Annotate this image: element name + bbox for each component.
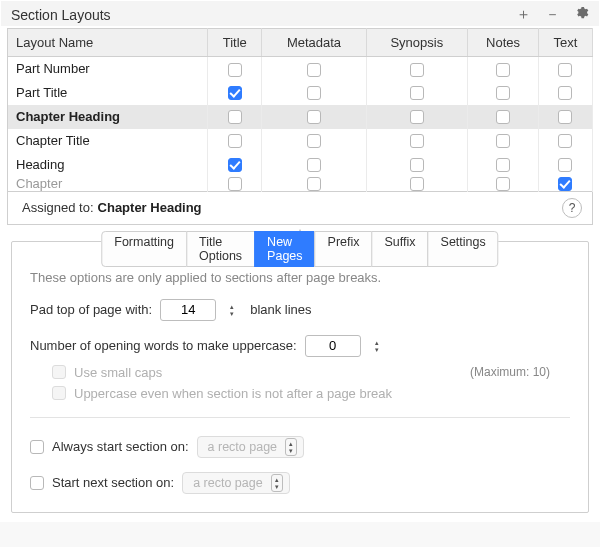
- col-text[interactable]: Text: [538, 29, 592, 57]
- layout-name-cell[interactable]: Heading: [8, 153, 208, 177]
- pad-value-field[interactable]: [160, 299, 216, 321]
- notes-checkbox[interactable]: [496, 63, 510, 77]
- tab-formatting[interactable]: Formatting: [101, 231, 187, 267]
- title-checkbox[interactable]: [228, 63, 242, 77]
- text-checkbox[interactable]: [558, 110, 572, 124]
- always-start-select: a recto page ▴▾: [197, 436, 305, 458]
- notes-checkbox[interactable]: [496, 110, 510, 124]
- always-start-label: Always start section on:: [52, 439, 189, 454]
- synopsis-checkbox[interactable]: [410, 86, 424, 100]
- notes-checkbox[interactable]: [496, 134, 510, 148]
- uppercase-always-label: Uppercase even when section is not after…: [74, 386, 392, 401]
- small-caps-checkbox: [52, 365, 66, 379]
- col-layout-name[interactable]: Layout Name: [8, 29, 208, 57]
- tab-prefix[interactable]: Prefix: [315, 231, 373, 267]
- text-checkbox[interactable]: [558, 158, 572, 172]
- layout-name-cell[interactable]: Chapter Title: [8, 129, 208, 153]
- pad-suffix: blank lines: [250, 302, 311, 317]
- metadata-checkbox[interactable]: [307, 110, 321, 124]
- start-next-select: a recto page ▴▾: [182, 472, 290, 494]
- uppercase-always-checkbox: [52, 386, 66, 400]
- metadata-checkbox[interactable]: [307, 177, 321, 191]
- notes-checkbox[interactable]: [496, 86, 510, 100]
- title-checkbox[interactable]: [228, 134, 242, 148]
- start-next-label: Start next section on:: [52, 475, 174, 490]
- words-label: Number of opening words to make uppercas…: [30, 338, 297, 353]
- layout-name-cell[interactable]: Part Number: [8, 57, 208, 81]
- assigned-value: Chapter Heading: [98, 200, 202, 215]
- text-checkbox[interactable]: [558, 86, 572, 100]
- synopsis-checkbox[interactable]: [410, 177, 424, 191]
- words-value-field[interactable]: [305, 335, 361, 357]
- tab-title-options[interactable]: Title Options: [186, 231, 255, 267]
- text-checkbox[interactable]: [558, 134, 572, 148]
- notes-checkbox[interactable]: [496, 177, 510, 191]
- words-input[interactable]: [306, 338, 360, 353]
- metadata-checkbox[interactable]: [307, 86, 321, 100]
- pad-input[interactable]: [161, 302, 215, 317]
- title-checkbox[interactable]: [228, 86, 242, 100]
- panel-title: Section Layouts: [11, 7, 516, 23]
- title-checkbox[interactable]: [228, 110, 242, 124]
- gear-icon[interactable]: [574, 5, 589, 24]
- tab-suffix[interactable]: Suffix: [372, 231, 429, 267]
- add-icon[interactable]: ＋: [516, 5, 531, 24]
- synopsis-checkbox[interactable]: [410, 63, 424, 77]
- table-row[interactable]: Chapter Heading: [8, 105, 593, 129]
- title-checkbox[interactable]: [228, 158, 242, 172]
- remove-icon[interactable]: －: [545, 5, 560, 24]
- notes-checkbox[interactable]: [496, 158, 510, 172]
- layout-name-cell[interactable]: Chapter Heading: [8, 105, 208, 129]
- section-layouts-header: Section Layouts ＋ －: [1, 1, 599, 26]
- assigned-label: Assigned to:: [22, 200, 94, 215]
- title-checkbox[interactable]: [228, 177, 242, 191]
- pad-stepper[interactable]: ▴▾: [230, 303, 242, 317]
- metadata-checkbox[interactable]: [307, 158, 321, 172]
- table-row[interactable]: Heading: [8, 153, 593, 177]
- metadata-checkbox[interactable]: [307, 134, 321, 148]
- col-notes[interactable]: Notes: [468, 29, 539, 57]
- table-row[interactable]: Part Number: [8, 57, 593, 81]
- table-row[interactable]: Chapter Title: [8, 129, 593, 153]
- small-caps-label: Use small caps: [74, 365, 162, 380]
- synopsis-checkbox[interactable]: [410, 158, 424, 172]
- options-tabset: FormattingTitle OptionsNew PagesPrefixSu…: [11, 241, 589, 513]
- synopsis-checkbox[interactable]: [410, 110, 424, 124]
- start-next-checkbox[interactable]: [30, 476, 44, 490]
- col-title[interactable]: Title: [208, 29, 262, 57]
- col-metadata[interactable]: Metadata: [262, 29, 366, 57]
- tab-settings[interactable]: Settings: [428, 231, 499, 267]
- always-start-checkbox[interactable]: [30, 440, 44, 454]
- pane-note: These options are only applied to sectio…: [30, 270, 570, 285]
- layout-name-cell[interactable]: Chapter: [8, 177, 208, 192]
- text-checkbox[interactable]: [558, 63, 572, 77]
- layout-name-cell[interactable]: Part Title: [8, 81, 208, 105]
- tab-new-pages[interactable]: New Pages: [254, 231, 315, 267]
- layouts-table: Layout Name Title Metadata Synopsis Note…: [7, 28, 593, 192]
- assigned-bar: Assigned to: Chapter Heading ?: [7, 192, 593, 225]
- text-checkbox[interactable]: [558, 177, 572, 191]
- metadata-checkbox[interactable]: [307, 63, 321, 77]
- max-note: (Maximum: 10): [470, 365, 570, 379]
- words-stepper[interactable]: ▴▾: [375, 339, 387, 353]
- table-row[interactable]: Part Title: [8, 81, 593, 105]
- chevron-updown-icon: ▴▾: [271, 474, 283, 492]
- pad-label: Pad top of page with:: [30, 302, 152, 317]
- synopsis-checkbox[interactable]: [410, 134, 424, 148]
- help-icon[interactable]: ?: [562, 198, 582, 218]
- col-synopsis[interactable]: Synopsis: [366, 29, 468, 57]
- chevron-updown-icon: ▴▾: [285, 438, 297, 456]
- table-row[interactable]: Chapter: [8, 177, 593, 192]
